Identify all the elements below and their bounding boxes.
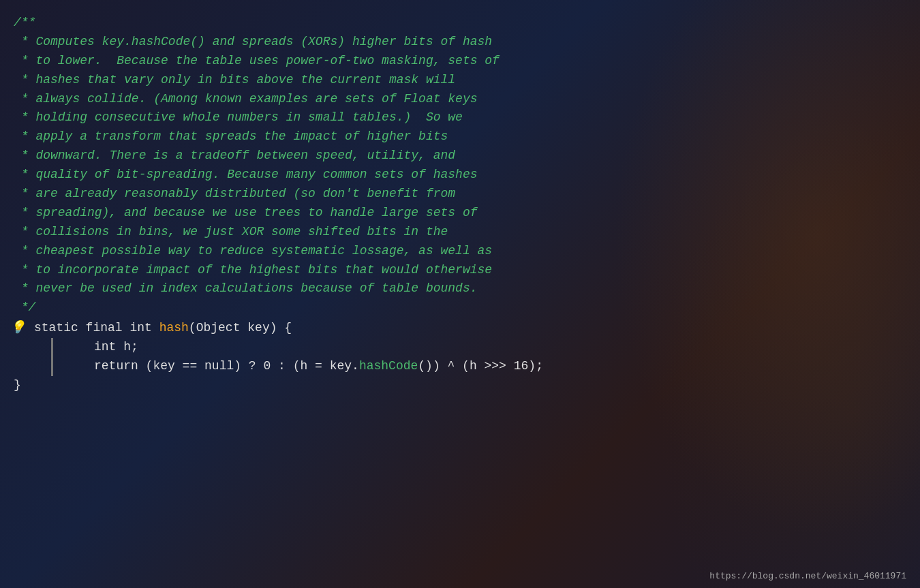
comment-line-5: * holding consecutive whole numbers in s… [14,108,900,127]
body-line-0: int h; [53,338,900,357]
comment-line-11: * collisions in bins, we just XOR some s… [14,223,900,242]
comment-line-3: * hashes that vary only in bits above th… [14,71,900,90]
comment-line-12: * cheapest possible way to reduce system… [14,242,900,261]
function-signature-line: 💡 static final int hash(Object key) { [14,319,900,338]
code-container: /** * Computes key.hashCode() and spread… [0,0,920,588]
comment-line-9: * are already reasonably distributed (so… [14,185,900,204]
comment-line-15: */ [14,298,900,318]
comment-line-8: * quality of bit-spreading. Because many… [14,166,900,185]
closing-brace-line: } [14,376,900,395]
lightbulb-icon: 💡 [10,319,25,338]
function-body: int h; return (key == null) ? 0 : (h = k… [51,338,900,376]
comment-line-7: * downward. There is a tradeoff between … [14,146,900,166]
comment-line-6: * apply a transform that spreads the imp… [14,127,900,146]
footer-url: https://blog.csdn.net/weixin_46011971 [709,571,906,581]
code-block: /** * Computes key.hashCode() and spread… [14,14,900,395]
comment-line-1: * Computes key.hashCode() and spreads (X… [14,33,900,52]
body-line-1: return (key == null) ? 0 : (h = key.hash… [53,357,900,376]
comment-line-0: /** [14,14,900,33]
comment-line-10: * spreading), and because we use trees t… [14,204,900,223]
comment-line-2: * to lower. Because the table uses power… [14,52,900,71]
comment-line-4: * always collide. (Among known examples … [14,90,900,109]
comment-line-13: * to incorporate impact of the highest b… [14,261,900,280]
comment-line-14: * never be used in index calculations be… [14,279,900,298]
